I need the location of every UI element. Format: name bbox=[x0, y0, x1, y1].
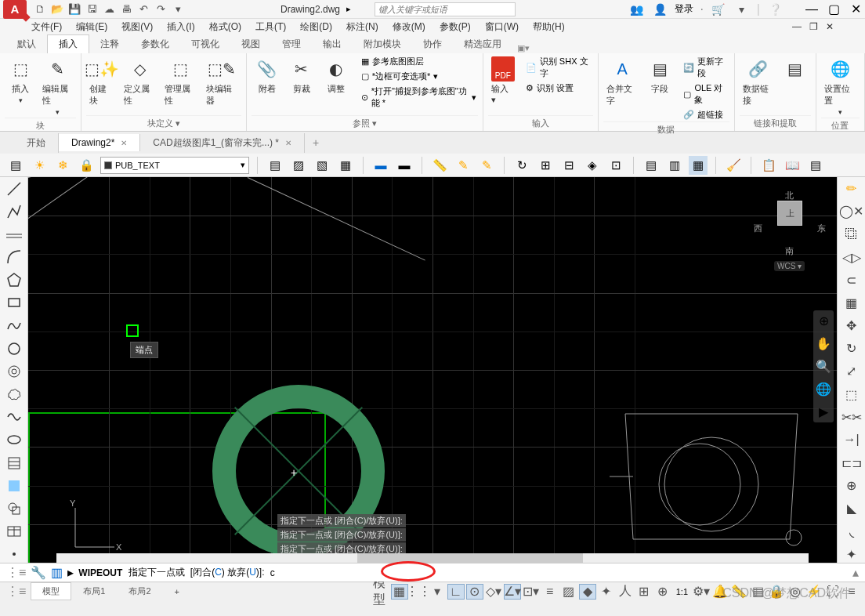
menu-help[interactable]: 帮助(H) bbox=[533, 20, 565, 34]
circle-tool[interactable] bbox=[4, 340, 24, 357]
ribbon-tab-manage[interactable]: 管理 bbox=[271, 35, 312, 53]
clean-icon[interactable]: 🧹 bbox=[724, 156, 743, 175]
menu-view[interactable]: 视图(V) bbox=[121, 20, 153, 34]
spline-tool[interactable] bbox=[4, 317, 24, 334]
pan-icon[interactable]: ✋ bbox=[816, 336, 831, 351]
print-icon[interactable]: 🖶 bbox=[118, 1, 135, 18]
data-link-button[interactable]: 🔗数据链接 bbox=[740, 55, 776, 108]
command-input[interactable]: WIPEOUT 指定下一点或 [闭合(C) 放弃(U)]: c bbox=[78, 566, 470, 579]
navigation-bar[interactable]: ⊕ ✋ 🔍 🌐 ▶ bbox=[813, 310, 834, 422]
copy-icon[interactable]: ⿻ bbox=[841, 226, 862, 242]
3dosnap-toggle[interactable]: ✦ bbox=[598, 584, 615, 600]
annotation-monitor-icon[interactable]: 🔔 bbox=[711, 584, 729, 600]
close-tab-icon[interactable]: ✕ bbox=[285, 139, 291, 147]
doc-tab-library[interactable]: CAD超级图库1_(窗帘未完...) *✕ bbox=[140, 133, 305, 153]
props-icon[interactable]: 📋 bbox=[759, 156, 778, 175]
pdf-import-button[interactable]: PDF输入 ▾ bbox=[488, 55, 518, 107]
fillet-icon[interactable]: ◟ bbox=[841, 524, 862, 540]
doc-tab-drawing2[interactable]: Drawing2*✕ bbox=[59, 134, 140, 151]
trim-icon[interactable]: ✂✂ bbox=[841, 409, 862, 426]
edit1-icon[interactable]: ▤ bbox=[642, 156, 661, 175]
layer-freeze2-icon[interactable]: ▦ bbox=[336, 156, 355, 175]
ole-object-button[interactable]: ▢ OLE 对象 bbox=[682, 82, 729, 107]
zoom-icon[interactable]: 🔍 bbox=[816, 359, 831, 374]
view-cube[interactable]: 北 西 东 上 南 WCS ▾ bbox=[758, 193, 821, 271]
doc-close-icon[interactable]: ✕ bbox=[826, 21, 834, 32]
layout-add-button[interactable]: + bbox=[163, 584, 191, 600]
units-icon[interactable]: 📏 bbox=[730, 584, 747, 600]
orbit-icon[interactable]: 🌐 bbox=[816, 382, 831, 397]
menu-dimension[interactable]: 标注(N) bbox=[346, 20, 378, 34]
field-button[interactable]: ▤字段 bbox=[644, 55, 675, 96]
layout-tab-1[interactable]: 布局1 bbox=[71, 582, 117, 600]
adjust-button[interactable]: ◐调整 bbox=[320, 55, 352, 96]
explode-icon[interactable]: ✦ bbox=[841, 546, 862, 563]
ortho-toggle[interactable]: ∟ bbox=[447, 584, 465, 600]
chamfer-icon[interactable]: ◣ bbox=[841, 500, 862, 516]
set-location-button[interactable]: 🌐设置位置▾ bbox=[821, 55, 860, 118]
point-tool[interactable] bbox=[4, 546, 24, 563]
cloud-icon[interactable]: ☁ bbox=[100, 1, 118, 18]
menu-tools[interactable]: 工具(T) bbox=[255, 20, 286, 34]
minimize-button[interactable]: — bbox=[805, 3, 818, 16]
login-link[interactable]: 登录 bbox=[675, 2, 693, 16]
ribbon-tab-visualize[interactable]: 可视化 bbox=[180, 35, 230, 53]
menu-window[interactable]: 窗口(W) bbox=[485, 20, 519, 34]
join-icon[interactable]: ⊕ bbox=[841, 477, 862, 494]
ribbon-expand-icon[interactable]: ▣▾ bbox=[517, 43, 530, 53]
showmotion-icon[interactable]: ▶ bbox=[819, 404, 828, 419]
draw-tool-icon[interactable]: ✎ bbox=[454, 156, 472, 175]
ribbon-tab-default[interactable]: 默认 bbox=[6, 35, 47, 53]
layer-uniso-icon[interactable]: ▧ bbox=[313, 156, 331, 175]
undo-icon[interactable]: ↶ bbox=[135, 1, 152, 18]
app-logo[interactable]: A bbox=[3, 0, 27, 19]
edit3-icon[interactable]: ▦ bbox=[689, 156, 708, 175]
cycling-toggle[interactable]: ◆ bbox=[579, 584, 596, 600]
cart-icon[interactable]: 🛒 bbox=[710, 1, 727, 18]
model-space-button[interactable]: 模型 bbox=[372, 584, 389, 600]
attach-button[interactable]: 📎附着 bbox=[252, 55, 283, 96]
selection-filter-toggle[interactable]: ⊞ bbox=[635, 584, 653, 600]
line-tool[interactable] bbox=[4, 180, 24, 197]
edit2-icon[interactable]: ▥ bbox=[665, 156, 684, 175]
insert-block-button[interactable]: ⬚插入▾ bbox=[5, 55, 36, 106]
frames-vary-button[interactable]: ▢ *边框可变选项* ▾ bbox=[360, 70, 478, 83]
block-editor-button[interactable]: ⬚✎块编辑器 bbox=[203, 55, 241, 108]
ribbon-tab-featured[interactable]: 精选应用 bbox=[453, 35, 512, 53]
layer-lock-icon[interactable]: 🔒 bbox=[77, 156, 96, 175]
mirror-icon[interactable]: ◁▷ bbox=[841, 249, 862, 266]
saveas-icon[interactable]: 🖫 bbox=[83, 1, 100, 18]
define-attributes-button[interactable]: ◇定义属性 bbox=[121, 55, 159, 108]
break-icon[interactable]: ⊏⊐ bbox=[841, 455, 862, 471]
layer-selector[interactable]: PUB_TEXT ▾ bbox=[100, 157, 249, 174]
qat-dropdown-icon[interactable]: ▾ bbox=[169, 1, 186, 18]
ribbon-tab-parametric[interactable]: 参数化 bbox=[130, 35, 180, 53]
spline2-tool[interactable] bbox=[4, 409, 24, 426]
extract-icon[interactable]: ▤ bbox=[780, 55, 811, 83]
manage-attributes-button[interactable]: ⬚管理属性 bbox=[161, 55, 200, 108]
polygon-tool[interactable] bbox=[4, 272, 24, 288]
combine-text-button[interactable]: A合并文字 bbox=[603, 55, 641, 108]
menu-insert[interactable]: 插入(I) bbox=[167, 20, 194, 34]
layout-tab-2[interactable]: 布局2 bbox=[117, 582, 162, 600]
osnap-toggle[interactable]: ∠▾ bbox=[504, 584, 521, 600]
array-icon[interactable]: ▦ bbox=[841, 295, 862, 311]
save-icon[interactable]: 💾 bbox=[66, 1, 83, 18]
modify1-icon[interactable]: ↻ bbox=[512, 156, 531, 175]
open-icon[interactable]: 📂 bbox=[49, 1, 66, 18]
snap-underlay-button[interactable]: ⊙ *打开"捕捉到参考底图"功能 * ▾ bbox=[360, 85, 478, 110]
underlay-layers-button[interactable]: ▦ 参考底图图层 bbox=[360, 55, 478, 68]
region-tool[interactable] bbox=[4, 500, 24, 516]
layer-state-icon[interactable]: ▤ bbox=[266, 156, 284, 175]
clip-button[interactable]: ✂剪裁 bbox=[286, 55, 317, 96]
stretch-icon[interactable]: ⬚ bbox=[841, 386, 862, 403]
transparency-toggle[interactable]: ▨ bbox=[560, 584, 577, 600]
ellipse-tool[interactable] bbox=[4, 432, 24, 448]
modify2-icon[interactable]: ⊞ bbox=[536, 156, 555, 175]
props3-icon[interactable]: ▤ bbox=[806, 156, 825, 175]
quick-props-icon[interactable]: ▤ bbox=[749, 584, 766, 600]
close-button[interactable]: ✕ bbox=[849, 3, 862, 16]
app-icon[interactable]: ▾ bbox=[733, 1, 751, 18]
polyline-tool[interactable] bbox=[4, 203, 24, 219]
clean-screen-icon[interactable]: ⛶ bbox=[824, 584, 841, 600]
